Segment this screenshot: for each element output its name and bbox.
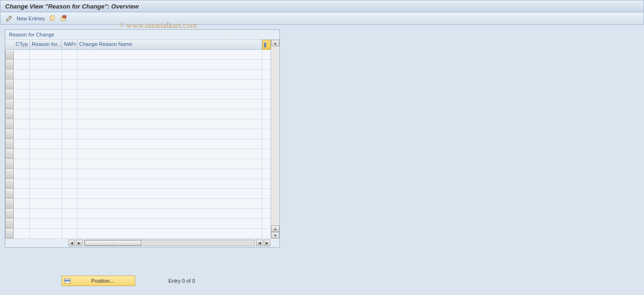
scroll-thumb[interactable]: :::	[84, 240, 141, 246]
row-selector[interactable]	[5, 129, 14, 139]
table-row[interactable]	[14, 89, 271, 99]
table-row[interactable]	[14, 149, 271, 159]
column-settings-button[interactable]	[262, 40, 271, 50]
svg-rect-1	[51, 15, 55, 19]
row-selector[interactable]	[5, 80, 14, 89]
position-icon	[64, 277, 71, 284]
position-button[interactable]: Position...	[62, 276, 135, 286]
columns-area: CTyp Reason for... NAFr Change Reason Na…	[14, 40, 271, 239]
table-row[interactable]	[14, 219, 271, 229]
table-row[interactable]	[14, 139, 271, 149]
row-selector[interactable]	[5, 99, 14, 109]
row-selector[interactable]	[5, 189, 14, 199]
column-header-reason-for[interactable]: Reason for...	[30, 40, 62, 50]
row-selector[interactable]	[5, 60, 14, 70]
svg-rect-5	[267, 43, 269, 47]
table-panel: Reason for Change	[5, 29, 280, 248]
content-area: Reason for Change	[0, 25, 644, 248]
scroll-right-icon[interactable]: ▶	[264, 240, 270, 246]
row-selector[interactable]	[5, 139, 14, 149]
row-selector-column	[5, 40, 14, 239]
panel-title: Reason for Change	[5, 30, 279, 40]
toolbar: New Entries	[0, 12, 644, 25]
scroll-track[interactable]: :::	[84, 240, 255, 246]
row-selector[interactable]	[5, 219, 14, 229]
table-row[interactable]	[14, 119, 271, 129]
row-selector[interactable]	[5, 50, 14, 60]
svg-rect-3	[63, 15, 66, 18]
svg-rect-4	[264, 43, 266, 47]
row-selector[interactable]	[5, 89, 14, 99]
row-selector[interactable]	[5, 229, 14, 239]
table-row[interactable]	[14, 80, 271, 89]
row-selector[interactable]	[5, 209, 14, 219]
row-selector[interactable]	[5, 169, 14, 179]
row-selector[interactable]	[5, 159, 14, 169]
column-header-change-reason-name[interactable]: Change Reason Name	[77, 40, 262, 50]
scroll-left-icon[interactable]: ◀	[256, 240, 263, 246]
change-mode-icon[interactable]	[5, 15, 13, 22]
delimit-icon[interactable]	[60, 15, 67, 22]
scroll-up-icon[interactable]: ▲	[271, 40, 279, 46]
row-selector[interactable]	[5, 149, 14, 159]
row-selector[interactable]	[5, 109, 14, 119]
table-row[interactable]	[14, 209, 271, 219]
svg-rect-9	[64, 280, 70, 281]
scroll-left-icon[interactable]: ◀	[68, 240, 75, 246]
table-row[interactable]	[14, 229, 271, 239]
table-wrap: CTyp Reason for... NAFr Change Reason Na…	[5, 40, 279, 247]
page-title: Change View "Reason for Change": Overvie…	[5, 3, 138, 10]
vertical-scrollbar[interactable]: ▲ ▲ ▼	[271, 40, 279, 239]
scroll-right-icon[interactable]: ▶	[76, 240, 83, 246]
scroll-down-icon[interactable]: ▼	[271, 232, 279, 239]
footer: Position... Entry 0 of 0	[62, 276, 195, 286]
column-header-nafr[interactable]: NAFr	[62, 40, 77, 50]
table-row[interactable]	[14, 99, 271, 109]
table-row[interactable]	[14, 159, 271, 169]
column-header-ctyp[interactable]: CTyp	[14, 40, 30, 50]
row-selector[interactable]	[5, 199, 14, 209]
position-button-label: Position...	[73, 278, 133, 284]
table-row[interactable]	[14, 50, 271, 60]
table-row[interactable]	[14, 179, 271, 189]
entry-status: Entry 0 of 0	[168, 278, 195, 284]
table-row[interactable]	[14, 169, 271, 179]
scroll-up-icon[interactable]: ▲	[271, 225, 279, 232]
horizontal-scrollbar: ◀ ▶ ::: ◀ ▶	[5, 239, 279, 247]
copy-icon[interactable]	[48, 15, 56, 22]
header-row: CTyp Reason for... NAFr Change Reason Na…	[14, 40, 271, 50]
table-row[interactable]	[14, 129, 271, 139]
table-row[interactable]	[14, 189, 271, 199]
table-row[interactable]	[14, 70, 271, 80]
title-bar: Change View "Reason for Change": Overvie…	[0, 0, 644, 12]
row-selector[interactable]	[5, 119, 14, 129]
table-row[interactable]	[14, 60, 271, 70]
table-row[interactable]	[14, 199, 271, 209]
row-selector[interactable]	[5, 70, 14, 80]
row-selector[interactable]	[5, 179, 14, 189]
table-row[interactable]	[14, 109, 271, 119]
new-entries-button[interactable]: New Entries	[17, 16, 45, 21]
